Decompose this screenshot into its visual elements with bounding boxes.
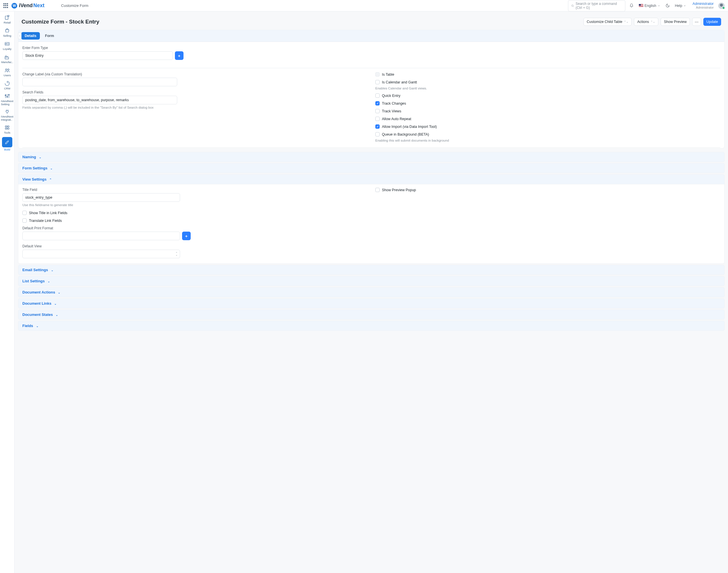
section-fields[interactable]: Fields⌄: [18, 321, 725, 331]
track-views-checkbox[interactable]: [375, 109, 380, 113]
show-title-link-label: Show Title in Link Fields: [29, 211, 67, 215]
svg-rect-21: [7, 128, 9, 129]
nav-ivendnext-integration[interactable]: iVendNextIntegrati..: [0, 107, 14, 123]
is-table-checkbox: [375, 72, 380, 76]
chevron-down-icon: ⌄: [56, 313, 58, 316]
build-icon: [4, 139, 10, 145]
nav-crm[interactable]: CRM: [0, 79, 14, 92]
section-document-links[interactable]: Document Links⌄: [18, 298, 725, 308]
section-document-actions[interactable]: Document Actions⌄: [18, 287, 725, 297]
chevron-down-icon: ⌄: [58, 291, 60, 294]
search-fields-input[interactable]: [22, 96, 177, 104]
section-list-settings[interactable]: List Settings⌄: [18, 276, 725, 286]
queue-bg-hint: Enabling this will submit documents in b…: [375, 139, 720, 142]
collapse-toggle[interactable]: ›: [18, 33, 21, 39]
more-button[interactable]: ⋯: [692, 18, 701, 26]
nav-build[interactable]: Build: [2, 137, 12, 147]
section-view-settings[interactable]: View Settings⌃: [18, 174, 725, 184]
command-search-placeholder: Search or type a command (Ctrl + G): [576, 2, 622, 10]
update-button[interactable]: Update: [703, 18, 721, 26]
nav-users[interactable]: Users: [0, 65, 14, 79]
show-preview-label: Show Preview: [664, 20, 686, 24]
moon-icon: [666, 3, 670, 8]
help-button[interactable]: Help: [674, 3, 687, 9]
allow-import-label: Allow Import (via Data Import Tool): [382, 125, 437, 129]
svg-line-1: [573, 6, 573, 7]
is-calendar-hint: Enables Calendar and Gantt views.: [375, 87, 720, 90]
show-preview-popup-checkbox[interactable]: [375, 188, 380, 192]
section-document-links-label: Document Links: [22, 301, 51, 306]
search-icon: [571, 4, 574, 7]
add-print-format-button[interactable]: +: [182, 231, 191, 240]
us-flag-icon: [639, 4, 643, 7]
user-menu[interactable]: Administrator Administrator: [692, 2, 714, 9]
chevron-up-icon: ⌃: [49, 178, 52, 181]
language-switcher[interactable]: English: [638, 3, 662, 9]
svg-point-5: [6, 43, 7, 44]
user-name: Administrator: [692, 2, 714, 6]
customize-child-table-button[interactable]: Customize Child Table⌃⌄: [583, 18, 632, 26]
avatar[interactable]: [718, 3, 725, 9]
tab-details[interactable]: Details: [21, 32, 40, 40]
is-calendar-checkbox[interactable]: [375, 80, 380, 84]
retail-icon: [4, 15, 10, 20]
bell-icon: [629, 3, 634, 8]
nav-selling[interactable]: Selling: [0, 26, 14, 39]
chevron-down-icon: ⌄: [50, 167, 52, 170]
nav-tools[interactable]: Tools: [0, 123, 14, 136]
apps-grid-icon[interactable]: [3, 3, 9, 8]
actions-button[interactable]: Actions⌃⌄: [634, 18, 658, 26]
nav-retail[interactable]: Retail: [0, 13, 14, 26]
title-field-input[interactable]: [22, 193, 180, 202]
notifications-button[interactable]: [628, 2, 635, 9]
change-label-input[interactable]: [22, 78, 177, 86]
user-role: Administrator: [692, 6, 714, 9]
svg-point-9: [5, 69, 7, 70]
default-print-label: Default Print Format: [22, 226, 367, 230]
breadcrumb[interactable]: Customize Form: [61, 3, 88, 8]
more-label: ⋯: [695, 20, 698, 24]
title-field-label: Title Field: [22, 188, 367, 192]
nav-loyalty[interactable]: Loyalty: [0, 39, 14, 52]
brand-logo[interactable]: W iVendNext: [11, 3, 44, 9]
translate-link-label: Translate Link Fields: [29, 219, 62, 223]
svg-point-0: [571, 5, 573, 6]
nav-manufacturing[interactable]: Manufac..: [0, 52, 14, 65]
page-title: Customize Form - Stock Entry: [21, 19, 583, 25]
theme-toggle[interactable]: [664, 2, 671, 9]
loyalty-icon: [4, 41, 10, 47]
quick-entry-label: Quick Entry: [382, 94, 401, 98]
section-view-settings-label: View Settings: [22, 177, 46, 181]
factory-icon: [4, 54, 10, 60]
quick-entry-checkbox[interactable]: [375, 94, 380, 98]
allow-auto-repeat-checkbox[interactable]: [375, 117, 380, 121]
show-title-link-checkbox[interactable]: [22, 211, 27, 215]
is-calendar-label: Is Calendar and Gantt: [382, 80, 417, 84]
add-form-type-button[interactable]: +: [175, 51, 184, 60]
queue-bg-checkbox[interactable]: [375, 132, 380, 137]
sliders-icon: [4, 93, 10, 99]
enter-form-type-input[interactable]: [22, 51, 173, 60]
chevron-down-icon: ⌄: [54, 302, 56, 305]
translate-link-checkbox[interactable]: [22, 218, 27, 223]
section-document-states[interactable]: Document States⌄: [18, 310, 725, 320]
section-form-settings[interactable]: Form Settings⌄: [18, 163, 725, 173]
track-views-label: Track Views: [382, 109, 401, 113]
show-preview-button[interactable]: Show Preview: [661, 18, 689, 26]
section-document-states-label: Document States: [22, 312, 53, 317]
tab-form[interactable]: Form: [42, 32, 57, 40]
customize-child-label: Customize Child Table: [587, 20, 622, 24]
track-changes-checkbox[interactable]: [375, 101, 380, 105]
nav-ivendnext-setting[interactable]: iVendNextSetting: [0, 92, 14, 107]
allow-import-checkbox[interactable]: [375, 124, 380, 129]
default-print-input[interactable]: [22, 231, 180, 240]
chevron-down-icon: ⌄: [36, 324, 39, 328]
section-email-settings[interactable]: Email Settings⌄: [18, 265, 725, 275]
default-view-select[interactable]: [22, 250, 180, 258]
command-search[interactable]: Search or type a command (Ctrl + G): [568, 0, 625, 11]
section-naming[interactable]: Naming⌄: [18, 152, 725, 162]
search-fields-hint: Fields separated by comma (,) will be in…: [22, 106, 367, 109]
is-table-label: Is Table: [382, 72, 394, 76]
section-form-settings-label: Form Settings: [22, 166, 47, 170]
plug-icon: [4, 109, 10, 114]
